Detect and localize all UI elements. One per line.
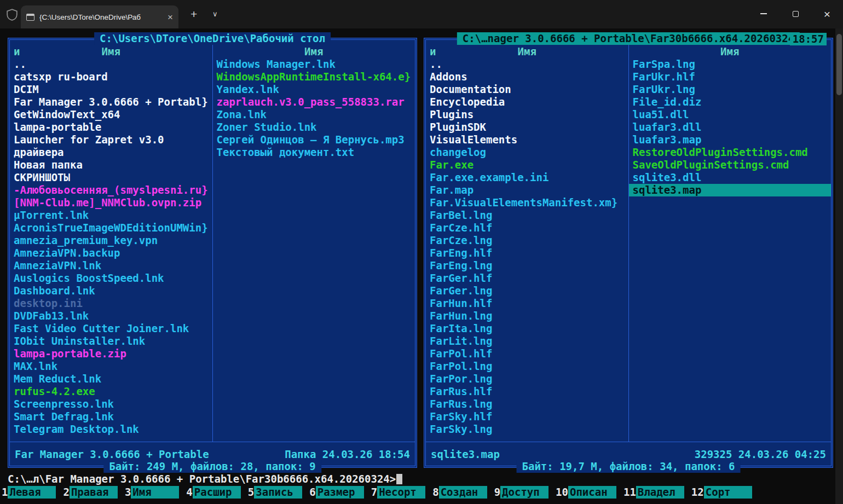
fkey-2-button[interactable]: 2Правая	[63, 486, 117, 499]
file-item[interactable]: FarSky.hlf	[426, 410, 628, 423]
file-item[interactable]: catsxp ru-board	[10, 71, 212, 83]
right-panel-path[interactable]: C:\…nager 3.0.6666 + Portable\Far30b6666…	[457, 32, 800, 45]
file-item[interactable]: Yandex.lnk	[213, 83, 415, 96]
fkey-7-button[interactable]: 7Несорт	[371, 486, 425, 499]
scrollbar[interactable]	[835, 28, 843, 504]
minimize-button[interactable]	[748, 0, 780, 27]
file-item[interactable]: lampa-portable.zip	[10, 347, 212, 360]
file-item[interactable]: Addons	[426, 71, 628, 83]
file-item[interactable]: GetWindowText_x64	[10, 108, 212, 121]
file-item[interactable]: DVDFab13.lnk	[10, 310, 212, 322]
file-item[interactable]: Plugins	[426, 108, 628, 121]
file-item[interactable]: luafar3.dll	[629, 121, 832, 134]
file-item[interactable]: WindowsAppRuntimeInstall-x64.e}	[213, 71, 415, 83]
file-item[interactable]: rufus-4.2.exe	[10, 385, 212, 398]
file-item[interactable]: FarLit.lng	[426, 335, 628, 347]
file-item[interactable]: FarUkr.lng	[629, 83, 832, 96]
file-item[interactable]: amnezia_premium_key.vpn	[10, 234, 212, 247]
file-item[interactable]: драйвера	[10, 146, 212, 159]
fkey-5-button[interactable]: 5Запись	[248, 486, 302, 499]
file-item[interactable]: FarUkr.hlf	[629, 71, 832, 83]
file-item[interactable]: luafar3.map	[629, 134, 832, 146]
file-item[interactable]: SaveOldPluginSettings.cmd	[629, 159, 832, 171]
column-header[interactable]: Имя	[213, 45, 415, 58]
file-item[interactable]: FarEng.lng	[426, 259, 628, 272]
fkey-9-button[interactable]: 9Доступ	[494, 486, 548, 499]
terminal-tab[interactable]: {C:\Users\DTore\OneDrive\Раб ×	[21, 5, 178, 28]
file-item[interactable]: FarHun.lng	[426, 310, 628, 322]
file-item[interactable]: RestoreOldPluginSettings.cmd	[629, 146, 832, 159]
file-item[interactable]: FarSky.lng	[426, 423, 628, 436]
file-item[interactable]: AmneziaVPN.backup	[10, 247, 212, 259]
fkey-8-button[interactable]: 8Создан	[432, 486, 487, 499]
file-item[interactable]: ..	[10, 58, 212, 71]
file-item[interactable]: Screenpresso.lnk	[10, 398, 212, 410]
file-item[interactable]: FarPor.lng	[426, 373, 628, 385]
maximize-button[interactable]	[780, 0, 811, 27]
close-button[interactable]: ×	[811, 0, 843, 27]
new-tab-button[interactable]: +	[190, 7, 197, 21]
command-line[interactable]: C:\…л\Far Manager 3.0.6666 + Portable\Fa…	[8, 473, 402, 485]
file-item[interactable]: Сергей Одинцов – Я Вернусь.mp3	[213, 134, 415, 146]
file-item[interactable]: FarBel.lng	[426, 209, 628, 222]
chevron-down-icon[interactable]: ∨	[212, 10, 218, 18]
file-item[interactable]: sqlite3.map	[629, 184, 832, 196]
file-item[interactable]: FarIta.lng	[426, 322, 628, 335]
file-item[interactable]: FarRus.hlf	[426, 385, 628, 398]
file-item[interactable]: lampa-portable	[10, 121, 212, 134]
file-item[interactable]: Far Manager 3.0.6666 + Portabl}	[10, 96, 212, 108]
file-item[interactable]: Far.map	[426, 184, 628, 196]
file-item[interactable]: AcronisTrueImageWDEditionUMWin}	[10, 222, 212, 234]
file-item[interactable]: FarCze.hlf	[426, 222, 628, 234]
fkey-12-button[interactable]: 12Сорт	[691, 486, 752, 499]
file-item[interactable]: Текстовый документ.txt	[213, 146, 415, 159]
fkey-6-button[interactable]: 6Размер	[309, 486, 363, 499]
file-item[interactable]: Новая папка	[10, 159, 212, 171]
file-item[interactable]: FarSpa.lng	[629, 58, 832, 71]
fkey-4-button[interactable]: 4Расшир	[186, 486, 240, 499]
file-item[interactable]: Dashboard.lnk	[10, 285, 212, 297]
file-item[interactable]: Far.exe	[426, 159, 628, 171]
left-panel-path[interactable]: C:\Users\DTore\OneDrive\Рабочий стол	[94, 32, 331, 45]
file-item[interactable]: FarRus.lng	[426, 398, 628, 410]
column-header[interactable]: и Имя	[426, 45, 628, 58]
file-item[interactable]: ..	[426, 58, 628, 71]
file-item[interactable]: changelog	[426, 146, 628, 159]
file-item[interactable]: -Алюбовьосенняя_(smyslpesni.ru}	[10, 184, 212, 196]
file-item[interactable]: Encyclopedia	[426, 96, 628, 108]
file-item[interactable]: File_id.diz	[629, 96, 832, 108]
file-item[interactable]: zaprlauch.v3.0_pass_558833.rar	[213, 96, 415, 108]
file-item[interactable]: µTorrent.lnk	[10, 209, 212, 222]
file-item[interactable]: Auslogics BoostSpeed.lnk	[10, 272, 212, 285]
fkey-3-button[interactable]: 3Имя	[125, 486, 179, 499]
file-item[interactable]: FarHun.hlf	[426, 297, 628, 310]
column-header[interactable]: Имя	[629, 45, 832, 58]
file-item[interactable]: FarGer.lng	[426, 285, 628, 297]
file-item[interactable]: Zoner Studio.lnk	[213, 121, 415, 134]
file-item[interactable]: PluginSDK	[426, 121, 628, 134]
fkey-11-button[interactable]: 11Владел	[623, 486, 684, 499]
file-item[interactable]: Zona.lnk	[213, 108, 415, 121]
file-item[interactable]: AmneziaVPN.lnk	[10, 259, 212, 272]
file-item[interactable]: MAX.lnk	[10, 360, 212, 373]
file-item[interactable]: Mem Reduct.lnk	[10, 373, 212, 385]
file-item[interactable]: desktop.ini	[10, 297, 212, 310]
fkey-10-button[interactable]: 10Описан	[556, 486, 616, 499]
scrollbar-thumb[interactable]	[836, 34, 842, 95]
file-item[interactable]: Smart Defrag.lnk	[10, 410, 212, 423]
file-item[interactable]: FarCze.lng	[426, 234, 628, 247]
file-item[interactable]: Telegram Desktop.lnk	[10, 423, 212, 436]
file-item[interactable]: Far.exe.example.ini	[426, 171, 628, 184]
file-item[interactable]: FarPol.hlf	[426, 347, 628, 360]
file-item[interactable]: Windows Manager.lnk	[213, 58, 415, 71]
file-item[interactable]: Fast Video Cutter Joiner.lnk	[10, 322, 212, 335]
file-item[interactable]: Documentation	[426, 83, 628, 96]
file-item[interactable]: Far.VisualElementsManifest.xm}	[426, 196, 628, 209]
file-item[interactable]: FarEng.hlf	[426, 247, 628, 259]
file-item[interactable]: sqlite3.dll	[629, 171, 832, 184]
file-item[interactable]: [NNM-Club.me]_NNMClub.ovpn.zip	[10, 196, 212, 209]
column-header[interactable]: и Имя	[10, 45, 212, 58]
file-item[interactable]: lua51.dll	[629, 108, 832, 121]
file-item[interactable]: СКРИНШОТЫ	[10, 171, 212, 184]
file-item[interactable]: VisualElements	[426, 134, 628, 146]
